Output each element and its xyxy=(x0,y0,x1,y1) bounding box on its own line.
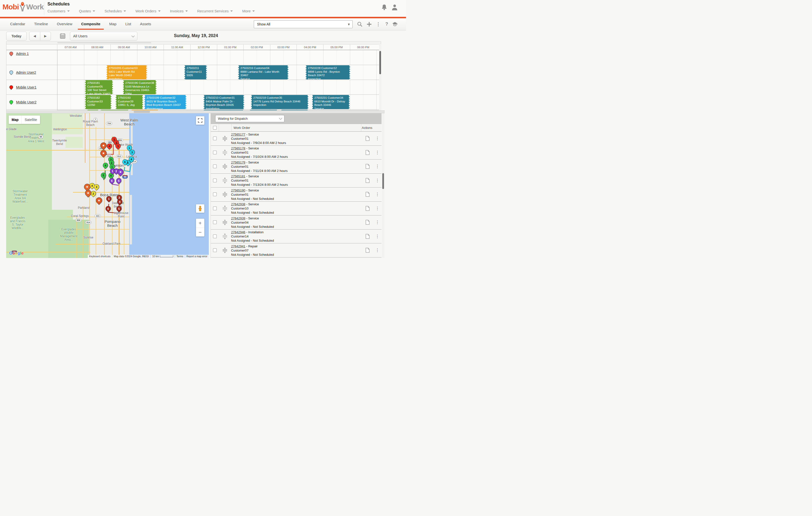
document-icon[interactable] xyxy=(362,178,373,183)
work-order-id-link[interactable]: 27565179 xyxy=(231,161,245,164)
previous-day-button[interactable]: ◀ xyxy=(29,32,40,40)
map-marker-4[interactable]: 4 xyxy=(107,143,112,149)
map-marker-star[interactable]: ★ xyxy=(96,197,102,203)
work-order-id-link[interactable]: 27642938 xyxy=(231,202,245,206)
work-order-checkbox[interactable] xyxy=(213,248,217,252)
nav-item-recurrent-services[interactable]: Recurrent Services xyxy=(197,9,233,13)
work-order-id-link[interactable]: 27565177 xyxy=(231,133,245,136)
user-link[interactable]: Mobile User2 xyxy=(16,100,36,104)
drag-handle-icon[interactable] xyxy=(223,232,227,240)
map-marker-6[interactable]: 6 xyxy=(122,159,127,164)
next-day-button[interactable]: ▶ xyxy=(40,32,51,40)
document-icon[interactable] xyxy=(362,206,373,211)
nav-item-more[interactable]: More xyxy=(242,9,255,13)
timeline-top-scrollbar[interactable] xyxy=(6,42,381,45)
work-order-id-link[interactable]: 27565190 xyxy=(231,189,245,192)
map-marker-3[interactable]: 3 xyxy=(94,184,99,189)
timeline-horizontal-scrollbar[interactable] xyxy=(6,110,384,113)
schedule-event[interactable]: 27503211Customer115926 xyxy=(184,65,207,79)
map-marker-5[interactable]: 5 xyxy=(101,173,106,178)
row-kebab-menu-icon[interactable]: ⋮ xyxy=(373,192,381,197)
map-marker-star[interactable]: ★ xyxy=(85,190,91,196)
tab-timeline[interactable]: Timeline xyxy=(34,18,48,30)
tab-map[interactable]: Map xyxy=(109,18,116,30)
drag-handle-icon[interactable] xyxy=(223,176,227,185)
work-order-checkbox[interactable] xyxy=(213,220,217,224)
google-logo[interactable]: Google xyxy=(9,251,24,256)
map-marker-1[interactable]: 1 xyxy=(106,196,111,201)
map-marker-star[interactable]: ★ xyxy=(100,150,107,156)
work-order-checkbox[interactable] xyxy=(213,151,217,154)
map-marker-3[interactable]: 3 xyxy=(129,150,135,155)
user-link[interactable]: Admin User2 xyxy=(16,71,36,75)
report-map-error-link[interactable]: Report a map error xyxy=(185,255,209,258)
document-icon[interactable] xyxy=(362,192,373,197)
dispatch-filter-select[interactable]: Waiting for Dispatch xyxy=(215,115,284,122)
map-zoom-in-button[interactable]: + xyxy=(196,219,204,228)
row-kebab-menu-icon[interactable]: ⋮ xyxy=(373,234,381,239)
map-marker-1[interactable]: 1 xyxy=(115,143,121,149)
tab-assets[interactable]: Assets xyxy=(140,18,151,30)
terms-link[interactable]: Terms xyxy=(175,255,184,258)
drag-handle-icon[interactable] xyxy=(223,218,227,226)
drag-handle-icon[interactable] xyxy=(223,135,227,143)
users-filter-select[interactable]: All Users xyxy=(70,32,137,40)
row-kebab-menu-icon[interactable]: ⋮ xyxy=(373,164,381,169)
map-marker-star[interactable]: ★ xyxy=(117,169,123,175)
row-kebab-menu-icon[interactable]: ⋮ xyxy=(373,150,381,155)
document-icon[interactable] xyxy=(362,234,373,239)
row-kebab-menu-icon[interactable]: ⋮ xyxy=(373,248,381,253)
drag-handle-icon[interactable] xyxy=(223,190,227,199)
calendar-picker-icon[interactable] xyxy=(60,33,65,40)
row-kebab-menu-icon[interactable]: ⋮ xyxy=(373,136,381,141)
schedule-event[interactable]: 27503182Customer3312250 xyxy=(85,95,111,109)
map-marker-star[interactable]: ★ xyxy=(100,142,107,149)
schedule-event[interactable]: 27503196 Customer385100 Melaleuca Ln -Gr… xyxy=(123,80,156,94)
user-profile-icon[interactable] xyxy=(391,4,398,11)
nav-item-work-orders[interactable]: Work Orders xyxy=(136,9,161,13)
schedule-event[interactable]: 27503216 Customer048888 Lantana Rd - Lak… xyxy=(238,65,288,79)
map-type-satellite-button[interactable]: Satellite xyxy=(22,115,40,124)
search-icon[interactable] xyxy=(356,21,363,28)
schedule-event[interactable]: 27503210 Customer318404 Malear Palm Dr -… xyxy=(204,95,244,109)
schedule-event[interactable]: 27503181Customer05100 Test StreetLake Wo… xyxy=(85,80,113,94)
map-marker-6[interactable]: 6 xyxy=(109,178,114,183)
nav-item-schedules[interactable]: Schedules xyxy=(105,9,126,13)
tab-calendar[interactable]: Calendar xyxy=(10,18,25,30)
work-order-checkbox[interactable] xyxy=(213,235,217,238)
document-icon[interactable] xyxy=(362,164,373,169)
map-marker-2[interactable]: 2 xyxy=(91,191,96,196)
user-link[interactable]: Admin 1 xyxy=(16,52,29,56)
nav-item-invoices[interactable]: Invoices xyxy=(170,9,188,13)
work-order-id-link[interactable]: 27642946 xyxy=(231,230,245,234)
document-icon[interactable] xyxy=(362,150,373,155)
select-all-checkbox[interactable] xyxy=(213,126,217,130)
user-link[interactable]: Mobile User1 xyxy=(16,85,36,89)
work-order-id-link[interactable]: 27642939 xyxy=(231,216,245,220)
work-order-checkbox[interactable] xyxy=(213,179,217,182)
timeline-vertical-scrollbar[interactable] xyxy=(379,44,381,110)
scrollbar-thumb[interactable] xyxy=(382,173,384,189)
dispatch-map[interactable]: WestlakeRoyal Palm BeachWest Palm BeachW… xyxy=(6,113,209,258)
document-icon[interactable] xyxy=(362,248,373,253)
tab-overview[interactable]: Overview xyxy=(57,18,72,30)
drag-handle-icon[interactable] xyxy=(223,148,227,157)
scrollbar-thumb[interactable] xyxy=(134,111,150,113)
map-marker-5[interactable]: 5 xyxy=(116,178,121,183)
drag-handle-icon[interactable] xyxy=(223,246,227,254)
map-marker-5[interactable]: 5 xyxy=(116,206,122,211)
more-options-kebab-icon[interactable]: ⋮ xyxy=(375,21,381,28)
row-kebab-menu-icon[interactable]: ⋮ xyxy=(373,206,381,211)
dispatch-vertical-scrollbar[interactable] xyxy=(382,113,384,258)
map-marker-4[interactable]: 4 xyxy=(117,199,122,204)
schedule-event[interactable]: 27503218 Customer3514775 Lyons Rd Delray… xyxy=(251,95,309,109)
map-marker-6[interactable]: 6 xyxy=(106,206,111,211)
keyboard-shortcuts-link[interactable]: Keyboard shortcuts xyxy=(88,255,112,258)
schedule-filter-select[interactable]: Show All ▼ xyxy=(254,20,353,28)
schedule-event[interactable]: 27503193Customer3910951 S, Jog xyxy=(116,95,143,109)
tab-list[interactable]: List xyxy=(125,18,131,30)
notifications-bell-icon[interactable] xyxy=(381,4,388,11)
today-button[interactable]: Today xyxy=(6,32,27,40)
document-icon[interactable] xyxy=(362,136,373,141)
schedule-event[interactable]: 27503228 Customer128898 Lyons Rd - Boynt… xyxy=(306,65,350,79)
